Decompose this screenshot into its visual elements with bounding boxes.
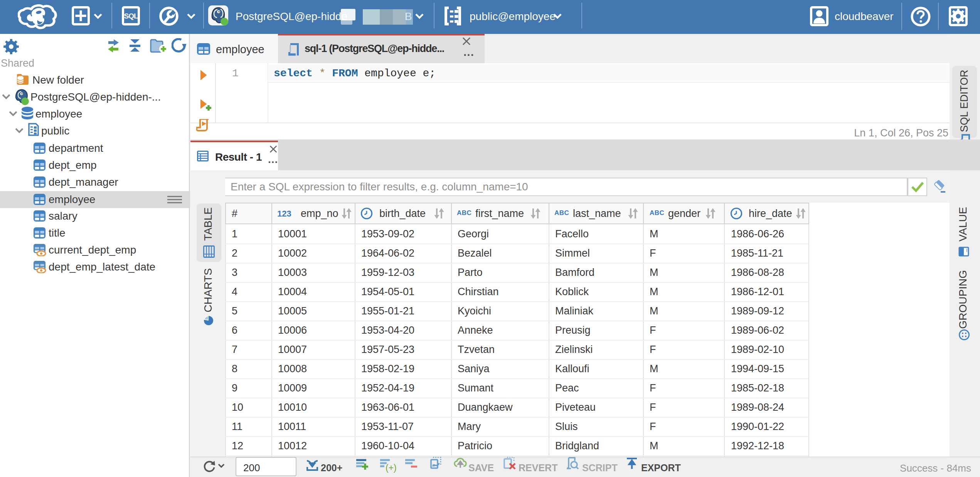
svg-text:SQL: SQL (124, 12, 138, 20)
svg-text:I: I (966, 248, 967, 253)
